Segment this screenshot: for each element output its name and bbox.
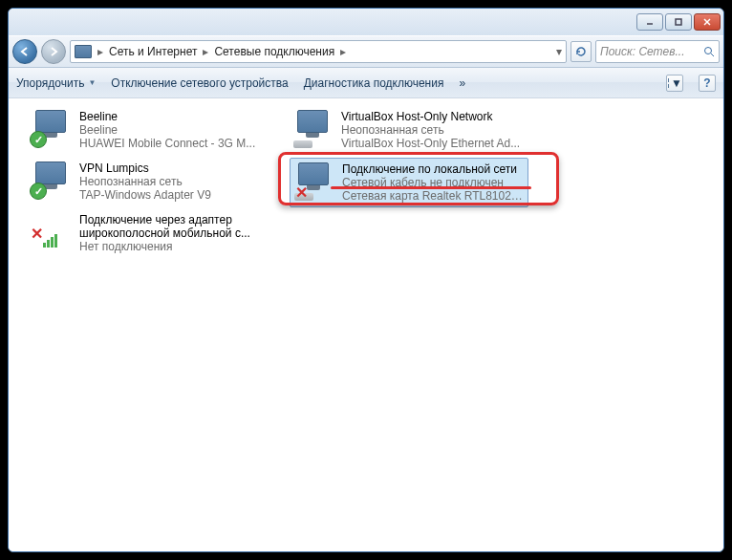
- dropdown-icon[interactable]: ▾: [556, 45, 562, 58]
- help-button[interactable]: ?: [699, 75, 716, 92]
- svg-line-5: [711, 54, 714, 56]
- connection-icon: ✕: [32, 213, 72, 249]
- status-connected-icon: [30, 131, 47, 148]
- organize-menu[interactable]: Упорядочить▼: [16, 76, 96, 90]
- connection-device: TAP-Windows Adapter V9: [79, 188, 211, 202]
- connection-status: Неопознанная сеть: [341, 123, 520, 137]
- maximize-button[interactable]: [665, 13, 692, 31]
- connection-item-selected[interactable]: ✕ Подключение по локальной сети Сетевой …: [290, 158, 528, 207]
- connection-icon: [293, 110, 334, 146]
- connection-name: Beeline: [79, 110, 255, 123]
- close-button[interactable]: [694, 13, 721, 31]
- svg-rect-8: [668, 84, 669, 88]
- navbar: ▸ Сеть и Интернет ▸ Сетевые подключения …: [9, 35, 723, 68]
- svg-rect-6: [668, 78, 669, 82]
- annotation-underline: [331, 186, 531, 189]
- connection-icon: [32, 162, 72, 198]
- column-right: VirtualBox Host-Only Network Неопознанна…: [290, 106, 528, 207]
- column-left: Beeline Beeline HUAWEI Mobile Connect - …: [28, 106, 267, 257]
- address-bar[interactable]: ▸ Сеть и Интернет ▸ Сетевые подключения …: [70, 40, 567, 63]
- connection-item[interactable]: VirtualBox Host-Only Network Неопознанна…: [290, 106, 528, 154]
- chevron-down-icon: ▼: [88, 78, 96, 87]
- svg-rect-1: [676, 19, 681, 25]
- connection-device: Сетевая карта Realtek RTL8102E/...: [342, 189, 524, 203]
- connection-device: HUAWEI Mobile Connect - 3G M...: [79, 137, 255, 150]
- connection-status: Beeline: [79, 123, 255, 137]
- connection-name: VPN Lumpics: [79, 162, 211, 175]
- more-commands[interactable]: »: [459, 76, 465, 90]
- titlebar: [9, 9, 723, 35]
- command-bar: Упорядочить▼ Отключение сетевого устройс…: [9, 68, 723, 98]
- connection-item[interactable]: ✕ Подключение через адаптер широкополосн…: [28, 209, 267, 257]
- back-button[interactable]: [12, 39, 37, 64]
- network-center-icon: [75, 45, 92, 58]
- breadcrumb-item[interactable]: Сеть и Интернет: [109, 45, 197, 58]
- chevron-right-icon: ▸: [340, 45, 346, 58]
- status-disconnected-icon: ✕: [292, 183, 310, 201]
- disable-device-button[interactable]: Отключение сетевого устройства: [111, 76, 288, 90]
- refresh-button[interactable]: [571, 41, 592, 62]
- status-connected-icon: [30, 183, 47, 200]
- connection-item[interactable]: Beeline Beeline HUAWEI Mobile Connect - …: [28, 106, 267, 154]
- diagnose-button[interactable]: Диагностика подключения: [304, 76, 444, 90]
- connections-list: Beeline Beeline HUAWEI Mobile Connect - …: [9, 98, 723, 551]
- connection-status: Неопознанная сеть: [79, 175, 211, 188]
- chevron-right-icon: ▸: [97, 45, 103, 58]
- connection-device: VirtualBox Host-Only Ethernet Ad...: [341, 137, 520, 150]
- breadcrumb-item[interactable]: Сетевые подключения: [214, 45, 334, 58]
- ethernet-plug-icon: [293, 140, 312, 148]
- connection-name: VirtualBox Host-Only Network: [341, 110, 520, 123]
- connection-item[interactable]: VPN Lumpics Неопознанная сеть TAP-Window…: [28, 158, 267, 205]
- view-options-button[interactable]: ▼: [666, 75, 683, 92]
- connection-icon: [32, 110, 72, 146]
- forward-button[interactable]: [41, 39, 66, 64]
- search-icon: [703, 46, 715, 57]
- explorer-window: ▸ Сеть и Интернет ▸ Сетевые подключения …: [8, 8, 724, 552]
- connection-name: Подключение через адаптер широкополосной…: [79, 213, 263, 240]
- chevron-right-icon: ▸: [203, 45, 208, 58]
- search-input[interactable]: Поиск: Сетев...: [595, 40, 720, 63]
- signal-bars-icon: [41, 232, 58, 249]
- connection-icon: ✕: [294, 162, 334, 199]
- minimize-button[interactable]: [636, 13, 663, 31]
- connection-status: Нет подключения: [79, 240, 263, 253]
- breadcrumb[interactable]: ▸ Сеть и Интернет ▸ Сетевые подключения …: [97, 45, 346, 58]
- connection-name: Подключение по локальной сети: [342, 162, 524, 176]
- search-placeholder: Поиск: Сетев...: [600, 45, 685, 58]
- svg-point-4: [705, 48, 712, 54]
